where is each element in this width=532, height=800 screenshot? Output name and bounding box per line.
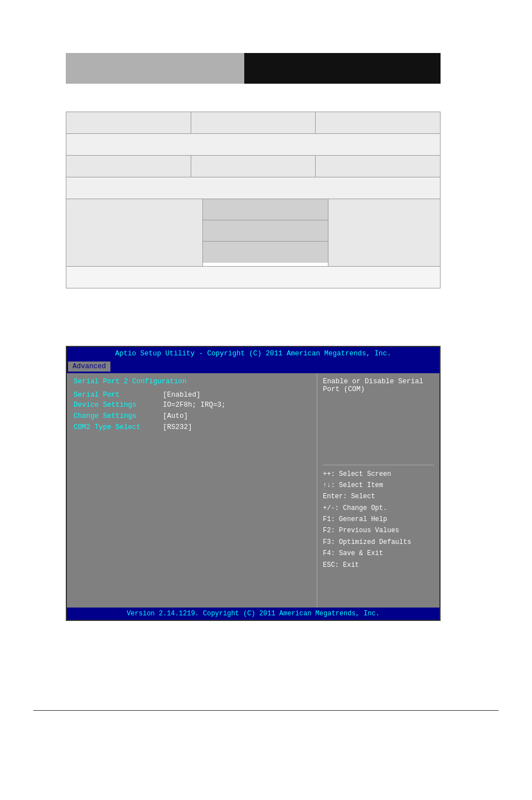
table-middle-item	[203, 242, 328, 263]
table-cell	[66, 112, 191, 133]
table-row	[66, 267, 440, 288]
bios-change-settings-value: [Auto]	[163, 412, 188, 420]
table-cell	[191, 156, 316, 177]
bios-screen: Aptio Setup Utility - Copyright (C) 2011…	[66, 346, 441, 621]
bios-com2-type-item: COM2 Type Select [RS232]	[74, 423, 310, 431]
bios-keys: ++: Select Screen ↑↓: Select Item Enter:…	[323, 469, 434, 571]
bios-right-panel: Enable or Disable Serial Port (COM) ++: …	[317, 373, 439, 608]
table-cell-last	[66, 267, 440, 288]
bios-change-settings-item: Change Settings [Auto]	[74, 412, 310, 420]
bios-divider	[323, 465, 434, 465]
header-left	[66, 53, 244, 84]
bios-device-settings-value: IO=2F8h; IRQ=3;	[163, 401, 226, 409]
bios-key-line: ↑↓: Select Item	[323, 480, 434, 491]
table-middle-item	[203, 220, 328, 242]
table-cell-middle-stack	[203, 199, 328, 266]
bios-serial-port-item: Serial Port [Enabled]	[74, 391, 310, 399]
table-row	[66, 177, 440, 199]
bios-tab-bar: Advanced	[67, 362, 439, 373]
bios-help-text: Enable or Disable Serial Port (COM)	[323, 378, 434, 393]
bios-footer: Version 2.14.1219. Copyright (C) 2011 Am…	[67, 608, 439, 620]
bios-key-line: Enter: Select	[323, 491, 434, 502]
bios-key-line: F4: Save & Exit	[323, 548, 434, 559]
bios-key-line: F1: General Help	[323, 514, 434, 525]
top-header	[66, 53, 441, 84]
bios-com2-type-label: COM2 Type Select	[74, 423, 163, 431]
table-cell	[191, 112, 316, 133]
bios-com2-type-value: [RS232]	[163, 423, 192, 431]
bios-serial-port-value: [Enabled]	[163, 391, 201, 399]
bottom-divider-line	[33, 710, 499, 711]
table-row	[66, 134, 440, 156]
table-cell	[316, 112, 440, 133]
table-row	[66, 156, 440, 177]
bios-title-bar: Aptio Setup Utility - Copyright (C) 2011…	[67, 347, 439, 362]
bios-left-panel: Serial Port 2 Configuration Serial Port …	[67, 373, 317, 608]
table-cell-full	[66, 134, 440, 155]
bios-section-title: Serial Port 2 Configuration	[74, 378, 310, 385]
bios-device-settings-item: Device Settings IO=2F8h; IRQ=3;	[74, 401, 310, 409]
bios-change-settings-label: Change Settings	[74, 412, 163, 420]
table-section	[66, 112, 441, 288]
table-cell	[316, 156, 440, 177]
bios-body: Serial Port 2 Configuration Serial Port …	[67, 373, 439, 608]
bios-key-line: ESC: Exit	[323, 560, 434, 571]
bios-key-line: ++: Select Screen	[323, 469, 434, 480]
bios-key-line: +/-: Change Opt.	[323, 503, 434, 514]
table-cell	[66, 156, 191, 177]
table-cell-full	[66, 177, 440, 199]
table-cell-left-tall	[66, 199, 203, 266]
bios-serial-port-label: Serial Port	[74, 391, 163, 399]
table-row	[66, 112, 440, 134]
header-right	[244, 53, 441, 84]
bios-key-line: F3: Optimized Defaults	[323, 537, 434, 548]
table-cell-right-tall	[328, 199, 440, 266]
bios-device-settings-label: Device Settings	[74, 401, 163, 409]
table-middle-item	[203, 199, 328, 220]
bios-title: Aptio Setup Utility - Copyright (C) 2011…	[115, 350, 391, 358]
bios-tab-advanced[interactable]: Advanced	[68, 362, 110, 372]
table-row-multi	[66, 199, 440, 267]
bios-key-line: F2: Previous Values	[323, 525, 434, 536]
